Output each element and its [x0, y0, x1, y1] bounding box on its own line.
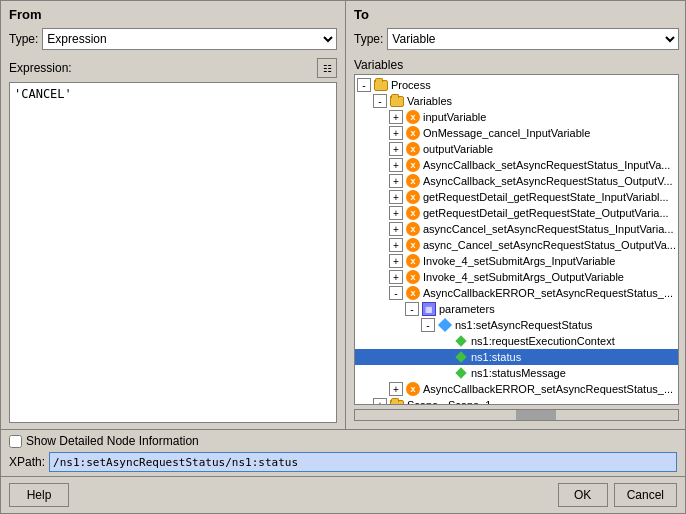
expander-get2[interactable]: + [389, 206, 403, 220]
tree-label-scope: Scope - Scope_1 [407, 399, 676, 405]
tree-item-process[interactable]: - Process [355, 77, 678, 93]
var-icon-async2: x [405, 174, 421, 188]
expander-inputVariable[interactable]: + [389, 110, 403, 124]
tree-item-variables[interactable]: - Variables [355, 93, 678, 109]
tree-item-scope[interactable]: + Scope - Scope_1 [355, 397, 678, 405]
to-panel: To Type: Variable Expression Literal Var… [346, 1, 686, 429]
expander-parameters[interactable]: - [405, 302, 419, 316]
folder-icon-scope [389, 398, 405, 405]
expander-outputVariable[interactable]: + [389, 142, 403, 156]
expander-setasync[interactable]: - [421, 318, 435, 332]
tree-label-async3: asyncCancel_setAsyncRequestStatus_InputV… [423, 223, 676, 235]
expander-asyncerr[interactable]: - [389, 286, 403, 300]
expander-status [437, 350, 451, 364]
expander-get1[interactable]: + [389, 190, 403, 204]
tree-label-parameters: parameters [439, 303, 676, 315]
xpath-label: XPath: [9, 455, 45, 469]
tree-item-reqexec[interactable]: ns1:requestExecutionContext [355, 333, 678, 349]
xpath-input[interactable] [49, 452, 677, 472]
expander-scope[interactable]: + [373, 398, 387, 405]
expander-onmessage[interactable]: + [389, 126, 403, 140]
expander-process[interactable]: - [357, 78, 371, 92]
checkbox-row: Show Detailed Node Information [9, 434, 677, 448]
help-button[interactable]: Help [9, 483, 69, 507]
tree-scroll-area: - Process - Variables [355, 75, 678, 405]
var-icon-get1: x [405, 190, 421, 204]
from-left-content: Expression: ☷ 'CANCEL' [9, 58, 337, 423]
tree-item-outputVariable[interactable]: + x outputVariable [355, 141, 678, 157]
tree-label-get1: getRequestDetail_getRequestState_InputVa… [423, 191, 676, 203]
params-icon: ▦ [421, 302, 437, 316]
var-icon-async4: x [405, 238, 421, 252]
var-icon-asyncerr: x [405, 286, 421, 300]
expander-invoke1[interactable]: + [389, 254, 403, 268]
tree-label-status: ns1:status [471, 351, 676, 363]
tree-label-onmessage: OnMessage_cancel_InputVariable [423, 127, 676, 139]
tree-label-setasync: ns1:setAsyncRequestStatus [455, 319, 676, 331]
calc-icon[interactable]: ☷ [317, 58, 337, 78]
footer-right: OK Cancel [558, 483, 677, 507]
to-type-select[interactable]: Variable Expression Literal [387, 28, 679, 50]
expander-reqexec [437, 334, 451, 348]
expression-row: Expression: ☷ [9, 58, 337, 78]
expander-async4[interactable]: + [389, 238, 403, 252]
expander-async3[interactable]: + [389, 222, 403, 236]
expander-invoke2[interactable]: + [389, 270, 403, 284]
var-icon-invoke1: x [405, 254, 421, 268]
xpath-row: XPath: [9, 452, 677, 472]
tree-container[interactable]: - Process - Variables [354, 74, 679, 405]
expander-variables[interactable]: - [373, 94, 387, 108]
tree-item-asyncerr2[interactable]: + x AsyncCallbackERROR_setAsyncRequestSt… [355, 381, 678, 397]
folder-icon-variables [389, 94, 405, 108]
diamond-icon-setasync [437, 318, 453, 332]
tree-label-invoke2: Invoke_4_setSubmitArgs_OutputVariable [423, 271, 676, 283]
scrollbar-track[interactable] [354, 409, 679, 421]
scrollbar-thumb[interactable] [516, 410, 556, 420]
tree-item-setasync[interactable]: - ns1:setAsyncRequestStatus [355, 317, 678, 333]
var-icon-outputVariable: x [405, 142, 421, 156]
var-icon-asyncerr2: x [405, 382, 421, 396]
tree-item-get1[interactable]: + x getRequestDetail_getRequestState_Inp… [355, 189, 678, 205]
from-type-select[interactable]: Expression Variable Literal [42, 28, 337, 50]
var-icon-inputVariable: x [405, 110, 421, 124]
tree-label-statusmsg: ns1:statusMessage [471, 367, 676, 379]
expander-asyncerr2[interactable]: + [389, 382, 403, 396]
var-icon-invoke2: x [405, 270, 421, 284]
to-type-row: Type: Variable Expression Literal [354, 28, 679, 50]
tree-label-invoke1: Invoke_4_setSubmitArgs_InputVariable [423, 255, 676, 267]
tree-label-async1: AsyncCallback_setAsyncRequestStatus_Inpu… [423, 159, 676, 171]
tree-item-async2[interactable]: + x AsyncCallback_setAsyncRequestStatus_… [355, 173, 678, 189]
var-icon-async3: x [405, 222, 421, 236]
tree-item-parameters[interactable]: - ▦ parameters [355, 301, 678, 317]
tree-item-asyncerr[interactable]: - x AsyncCallbackERROR_setAsyncRequestSt… [355, 285, 678, 301]
expander-async1[interactable]: + [389, 158, 403, 172]
tree-item-status[interactable]: ns1:status [355, 349, 678, 365]
to-type-label: Type: [354, 32, 383, 46]
tree-label-async2: AsyncCallback_setAsyncRequestStatus_Outp… [423, 175, 676, 187]
diamond-icon-reqexec [453, 334, 469, 348]
tree-item-async4[interactable]: + x async_Cancel_setAsyncRequestStatus_O… [355, 237, 678, 253]
ok-button[interactable]: OK [558, 483, 608, 507]
tree-label-reqexec: ns1:requestExecutionContext [471, 335, 676, 347]
tree-item-invoke1[interactable]: + x Invoke_4_setSubmitArgs_InputVariable [355, 253, 678, 269]
expression-area[interactable]: 'CANCEL' [9, 82, 337, 423]
var-icon-get2: x [405, 206, 421, 220]
tree-item-invoke2[interactable]: + x Invoke_4_setSubmitArgs_OutputVariabl… [355, 269, 678, 285]
from-type-row: Type: Expression Variable Literal [9, 28, 337, 50]
show-detailed-checkbox[interactable] [9, 435, 22, 448]
tree-item-get2[interactable]: + x getRequestDetail_getRequestState_Out… [355, 205, 678, 221]
var-icon-onmessage: x [405, 126, 421, 140]
folder-icon-process [373, 78, 389, 92]
tree-label-process: Process [391, 79, 676, 91]
tree-item-async1[interactable]: + x AsyncCallback_setAsyncRequestStatus_… [355, 157, 678, 173]
tree-item-inputVariable[interactable]: + x inputVariable [355, 109, 678, 125]
expander-statusmsg [437, 366, 451, 380]
cancel-button[interactable]: Cancel [614, 483, 677, 507]
tree-item-async3[interactable]: + x asyncCancel_setAsyncRequestStatus_In… [355, 221, 678, 237]
show-detailed-label: Show Detailed Node Information [26, 434, 199, 448]
expander-async2[interactable]: + [389, 174, 403, 188]
tree-item-statusmsg[interactable]: ns1:statusMessage [355, 365, 678, 381]
horizontal-scrollbar[interactable] [354, 407, 679, 423]
tree-item-onmessage[interactable]: + x OnMessage_cancel_InputVariable [355, 125, 678, 141]
bottom-area: Show Detailed Node Information XPath: [1, 429, 685, 476]
